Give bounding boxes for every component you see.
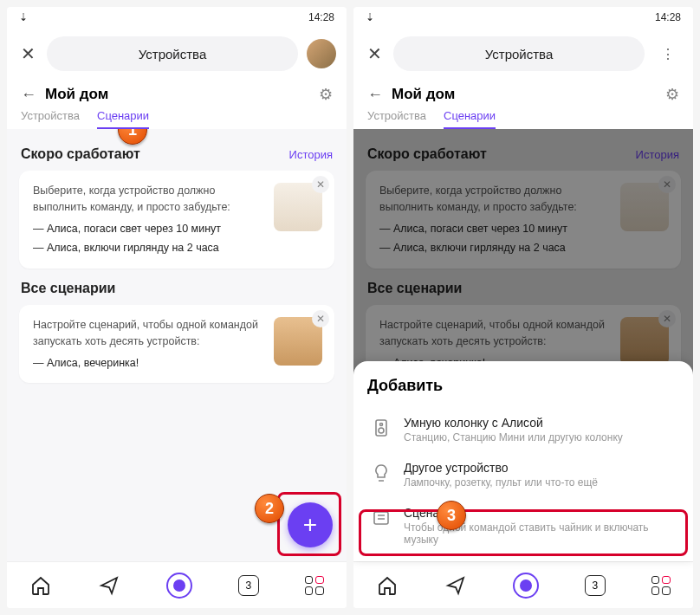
all-card-cmd1: Алиса, вечеринка! <box>33 355 265 372</box>
soon-card-cmd2: Алиса, включи гирлянду на 2 часа <box>379 240 612 256</box>
download-icon: ⇣ <box>19 11 28 23</box>
tab-scenarios[interactable]: Сценарии <box>444 109 496 129</box>
avatar[interactable] <box>307 39 336 68</box>
home-title: Мой дом <box>392 86 657 103</box>
sheet-title: Добавить <box>367 377 679 395</box>
section-soon-title: Скоро сработают <box>21 146 140 162</box>
bulb-icon <box>369 461 393 485</box>
soon-card-text: Выберите, когда устройство должно выполн… <box>33 183 265 256</box>
tab-scenarios[interactable]: Сценарии <box>97 109 149 129</box>
page-title-pill[interactable]: Устройства <box>47 36 298 71</box>
callout-2: 2 <box>255 494 284 523</box>
close-icon[interactable]: ✕ <box>17 43 38 64</box>
top-bar: ✕ Устройства <box>7 28 347 80</box>
status-time: 14:28 <box>655 11 681 23</box>
add-bottom-sheet: Добавить Умную колонку с Алисой Станцию,… <box>353 361 693 561</box>
send-icon[interactable] <box>98 574 120 597</box>
status-bar: ⇣ 14:28 <box>7 7 347 28</box>
phone-right: ⇣ 14:28 ✕ Устройства ⋮ ← Мой дом ⚙ Устро… <box>353 7 693 608</box>
home-icon[interactable] <box>29 574 52 597</box>
close-icon[interactable]: ✕ <box>658 310 676 327</box>
scenario-icon <box>369 506 393 530</box>
soon-card-text: Выберите, когда устройство должно выполн… <box>379 183 612 256</box>
gear-icon[interactable]: ⚙ <box>665 85 679 104</box>
speaker-icon <box>369 416 393 440</box>
status-time: 14:28 <box>308 11 334 23</box>
page-title-pill[interactable]: Устройства <box>393 36 645 71</box>
close-icon[interactable]: ✕ <box>312 176 329 193</box>
home-title: Мой дом <box>45 86 310 103</box>
all-card[interactable]: Настройте сценарий, чтобы одной командой… <box>19 305 334 383</box>
section-all-header: Все сценарии <box>21 281 333 296</box>
tabs-counter[interactable]: 3 <box>585 575 606 596</box>
alice-icon[interactable] <box>166 573 192 599</box>
download-icon: ⇣ <box>366 11 374 23</box>
alice-icon[interactable] <box>513 573 539 599</box>
soon-card-lead: Выберите, когда устройство должно выполн… <box>379 183 612 216</box>
page-title: Устройства <box>139 47 206 62</box>
sheet-item-speaker[interactable]: Умную колонку с Алисой Станцию, Станцию … <box>367 407 679 452</box>
section-soon-header: Скоро сработают История <box>21 146 333 162</box>
apps-grid-icon[interactable] <box>305 576 324 595</box>
callout-1: 1 <box>118 129 147 145</box>
back-arrow-icon[interactable]: ← <box>21 86 36 104</box>
tabs-counter[interactable]: 3 <box>238 575 259 596</box>
history-link[interactable]: История <box>289 148 333 161</box>
section-all-title: Все сценарии <box>367 281 462 296</box>
sheet-item-title: Умную колонку с Алисой <box>404 416 623 430</box>
soon-card[interactable]: Выберите, когда устройство должно выполн… <box>366 171 681 269</box>
close-icon[interactable]: ✕ <box>658 176 676 193</box>
tabs: Устройства Сценарии <box>7 104 347 129</box>
send-icon[interactable] <box>444 574 467 597</box>
status-bar: ⇣ 14:28 <box>353 7 693 28</box>
sheet-item-sub: Станцию, Станцию Мини или другую колонку <box>404 431 623 443</box>
gear-icon[interactable]: ⚙ <box>319 85 333 104</box>
top-bar: ✕ Устройства ⋮ <box>353 28 693 80</box>
section-all-title: Все сценарии <box>21 281 115 296</box>
back-arrow-icon[interactable]: ← <box>367 86 383 104</box>
phone-left: ⇣ 14:28 ✕ Устройства ← Мой дом ⚙ Устройс… <box>7 7 347 608</box>
callout-3: 3 <box>437 501 466 530</box>
svg-point-1 <box>380 424 383 426</box>
home-icon[interactable] <box>376 574 399 597</box>
sub-header: ← Мой дом ⚙ <box>353 80 693 104</box>
tab-devices[interactable]: Устройства <box>367 109 426 129</box>
menu-dots-icon[interactable]: ⋮ <box>653 46 683 62</box>
add-button[interactable]: + <box>288 502 333 547</box>
soon-card[interactable]: Выберите, когда устройство должно выполн… <box>19 171 334 269</box>
all-card-text: Настройте сценарий, чтобы одной командой… <box>33 317 265 371</box>
apps-grid-icon[interactable] <box>651 576 671 595</box>
tabs: Устройства Сценарии <box>353 104 693 129</box>
all-card-lead: Настройте сценарий, чтобы одной командой… <box>379 317 612 350</box>
svg-point-2 <box>379 428 384 433</box>
section-all-header: Все сценарии <box>367 281 679 296</box>
tab-devices[interactable]: Устройства <box>21 109 80 129</box>
sub-header: ← Мой дом ⚙ <box>7 80 347 104</box>
history-link[interactable]: История <box>636 148 679 161</box>
sheet-item-title: Другое устройство <box>404 461 598 475</box>
soon-card-cmd1: Алиса, погаси свет через 10 минут <box>379 221 612 237</box>
section-soon-header: Скоро сработают История <box>367 146 679 162</box>
page-title: Устройства <box>485 47 553 62</box>
section-soon-title: Скоро сработают <box>367 146 487 162</box>
svg-rect-3 <box>374 512 388 524</box>
bottom-nav: 3 <box>7 561 347 608</box>
sheet-item-sub: Лампочку, розетку, пульт или что-то ещё <box>404 476 598 489</box>
close-icon[interactable]: ✕ <box>312 310 329 327</box>
soon-card-lead: Выберите, когда устройство должно выполн… <box>33 183 265 216</box>
close-icon[interactable]: ✕ <box>364 43 385 64</box>
all-card-lead: Настройте сценарий, чтобы одной командой… <box>33 317 265 350</box>
soon-card-cmd1: Алиса, погаси свет через 10 минут <box>33 221 265 237</box>
sheet-item-other-device[interactable]: Другое устройство Лампочку, розетку, пул… <box>367 452 679 497</box>
bottom-nav: 3 <box>353 561 693 608</box>
screen-body: Скоро сработают История Выберите, когда … <box>7 129 347 561</box>
soon-card-cmd2: Алиса, включи гирлянду на 2 часа <box>33 240 265 256</box>
sheet-item-scenario[interactable]: Сценарий Чтобы одной командой ставить ча… <box>367 497 679 554</box>
